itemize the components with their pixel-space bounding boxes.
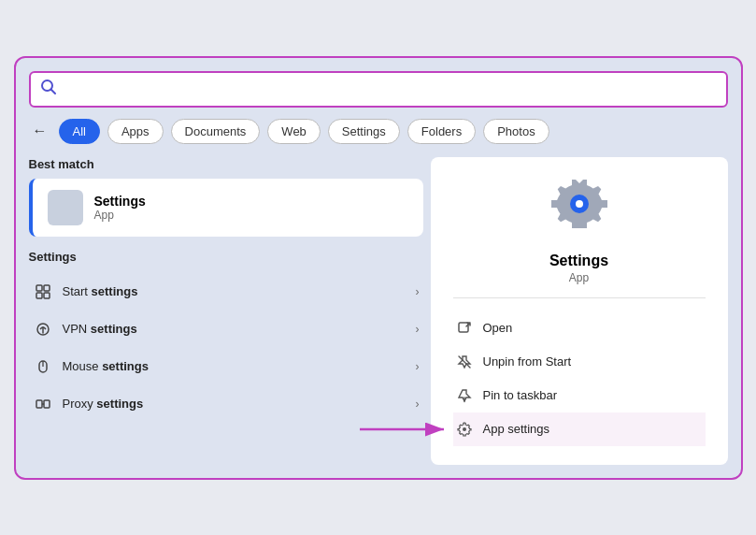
start-settings-chevron: ›: [416, 285, 420, 298]
svg-rect-5: [44, 293, 50, 298]
vpn-settings-label: VPN settings: [63, 322, 407, 336]
arrow-indicator: [355, 415, 458, 443]
mouse-settings-chevron: ›: [416, 360, 420, 373]
filter-settings[interactable]: Settings: [328, 119, 400, 144]
best-match-card[interactable]: Settings App: [29, 179, 423, 237]
pin-taskbar-icon: [455, 386, 474, 405]
open-icon: [455, 319, 474, 338]
right-app-icon: [546, 176, 613, 243]
proxy-settings-label: Proxy settings: [63, 397, 407, 411]
proxy-settings-icon: [33, 394, 53, 414]
start-settings-icon: [33, 282, 53, 302]
best-match-title: Best match: [29, 157, 423, 171]
search-input[interactable]: settings: [64, 81, 717, 97]
svg-rect-11: [44, 400, 50, 408]
action-pin-taskbar[interactable]: Pin to taskbar: [453, 379, 706, 412]
svg-rect-15: [459, 323, 468, 332]
filter-web[interactable]: Web: [267, 119, 321, 144]
action-open-label: Open: [483, 321, 513, 335]
svg-point-18: [463, 427, 466, 431]
action-app-settings[interactable]: App settings: [453, 412, 706, 446]
action-unpin-label: Unpin from Start: [483, 354, 572, 369]
right-app-name: Settings: [549, 253, 608, 269]
search-window: settings ← All Apps Documents Web Settin…: [14, 56, 743, 480]
best-match-app-icon: [48, 190, 83, 225]
settings-list: Start settings › VPN settings ›: [29, 273, 423, 423]
filter-documents[interactable]: Documents: [171, 119, 261, 144]
svg-point-14: [576, 200, 583, 208]
list-item[interactable]: Mouse settings ›: [29, 348, 423, 385]
action-unpin[interactable]: Unpin from Start: [453, 345, 706, 379]
svg-rect-3: [44, 285, 50, 291]
best-match-app-type: App: [94, 209, 146, 222]
svg-rect-4: [36, 293, 42, 298]
main-area: Best match Settings App Settings: [29, 157, 728, 465]
search-bar-container: settings: [29, 71, 728, 108]
filter-apps[interactable]: Apps: [107, 119, 164, 144]
mouse-settings-icon: [33, 356, 53, 377]
start-settings-label: Start settings: [63, 284, 407, 298]
list-item[interactable]: Start settings ›: [29, 273, 423, 311]
action-pin-taskbar-label: Pin to taskbar: [483, 388, 558, 402]
svg-rect-2: [36, 285, 42, 291]
action-open[interactable]: Open: [453, 311, 706, 345]
vpn-settings-icon: [33, 319, 53, 340]
filter-photos[interactable]: Photos: [483, 119, 549, 144]
filter-all[interactable]: All: [59, 119, 100, 144]
svg-rect-10: [36, 400, 42, 408]
settings-section-title: Settings: [29, 250, 423, 264]
filter-row: ← All Apps Documents Web Settings Folder…: [29, 119, 728, 144]
proxy-settings-chevron: ›: [416, 398, 420, 411]
back-button[interactable]: ←: [29, 119, 51, 143]
app-settings-icon: [455, 420, 474, 439]
right-app-type: App: [569, 271, 589, 284]
mouse-settings-label: Mouse settings: [63, 359, 407, 373]
unpin-icon: [455, 353, 474, 371]
search-icon: [40, 79, 57, 100]
panel-divider: [453, 297, 706, 298]
svg-line-1: [50, 89, 55, 94]
list-item[interactable]: VPN settings ›: [29, 311, 423, 348]
vpn-settings-chevron: ›: [416, 323, 420, 336]
filter-folders[interactable]: Folders: [407, 119, 476, 144]
best-match-app-name: Settings: [94, 194, 146, 209]
action-app-settings-label: App settings: [483, 422, 550, 436]
action-list: Open Unpin from Start: [453, 311, 706, 446]
right-panel: Settings App Open: [431, 157, 728, 465]
